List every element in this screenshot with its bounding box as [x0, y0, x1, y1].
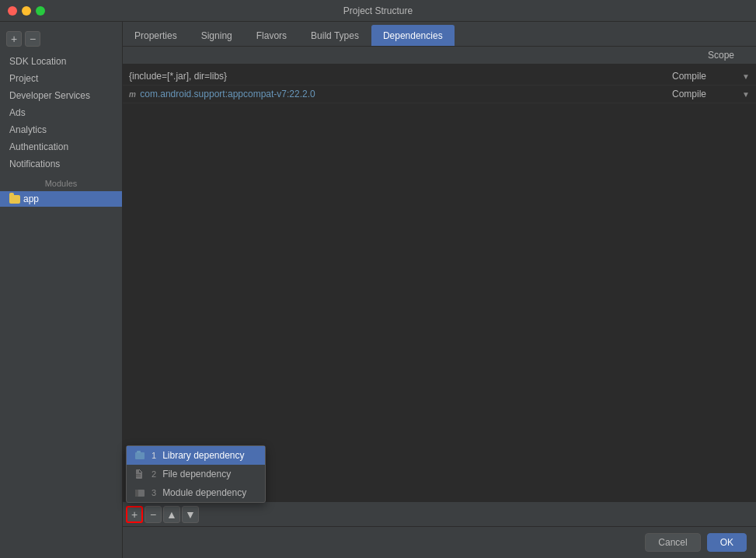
sidebar: + − SDK Location Project Developer Servi…	[0, 22, 123, 558]
close-button[interactable]	[8, 6, 17, 16]
scope-wrapper-2: Compile ▼	[672, 89, 750, 99]
scope-value-2: Compile	[672, 89, 739, 99]
sidebar-add-button[interactable]: +	[6, 31, 22, 47]
minimize-button[interactable]	[22, 6, 31, 16]
tab-properties[interactable]: Properties	[123, 25, 189, 46]
tab-build-types[interactable]: Build Types	[299, 25, 371, 46]
title-bar: Project Structure	[0, 0, 756, 22]
dialog-buttons: Cancel OK	[123, 526, 756, 558]
remove-dependency-button[interactable]: −	[145, 506, 162, 523]
dep-name-1: {include=[*.jar], dir=libs}	[129, 71, 672, 82]
sidebar-item-authentication[interactable]: Authentication	[0, 138, 122, 155]
sidebar-item-sdk-location[interactable]: SDK Location	[0, 53, 122, 70]
svg-rect-7	[135, 490, 138, 497]
table-row[interactable]: {include=[*.jar], dir=libs} Compile ▼	[123, 68, 756, 85]
bottom-toolbar: + − ▲ ▼ 1 Library dependency	[123, 501, 756, 526]
scope-wrapper-1: Compile ▼	[672, 71, 750, 82]
dropdown-item-library[interactable]: 1 Library dependency	[127, 446, 265, 465]
sidebar-item-project[interactable]: Project	[0, 70, 122, 87]
modules-section-label: Modules	[0, 173, 122, 191]
svg-rect-1	[137, 451, 141, 453]
tab-bar: Properties Signing Flavors Build Types D…	[123, 22, 756, 47]
dependencies-header: Scope	[123, 47, 756, 65]
folder-icon	[9, 195, 20, 204]
sidebar-top-actions: + −	[0, 28, 122, 53]
add-dependency-button[interactable]: +	[126, 506, 143, 523]
main-container: + − SDK Location Project Developer Servi…	[0, 22, 756, 558]
sidebar-item-developer-services[interactable]: Developer Services	[0, 87, 122, 104]
svg-rect-0	[135, 452, 145, 459]
scope-column-header: Scope	[708, 50, 750, 61]
cancel-button[interactable]: Cancel	[645, 533, 700, 552]
move-up-button[interactable]: ▲	[163, 506, 180, 523]
dropdown-item-module[interactable]: 3 Module dependency	[127, 483, 265, 502]
module-icon	[134, 487, 145, 498]
maven-prefix-icon: m	[129, 90, 136, 99]
dropdown-item-file[interactable]: 2 File dependency	[127, 465, 265, 483]
tab-signing[interactable]: Signing	[190, 25, 244, 46]
dep-name-2: m com.android.support:appcompat-v7:22.2.…	[129, 89, 672, 99]
svg-rect-4	[136, 476, 141, 476]
library-icon	[134, 450, 145, 461]
sidebar-remove-button[interactable]: −	[25, 31, 40, 47]
table-row[interactable]: m com.android.support:appcompat-v7:22.2.…	[123, 85, 756, 103]
ok-button[interactable]: OK	[707, 533, 747, 552]
content-area: Properties Signing Flavors Build Types D…	[123, 22, 756, 558]
sidebar-module-app[interactable]: app	[0, 191, 122, 207]
svg-rect-5	[136, 474, 141, 475]
sidebar-item-ads[interactable]: Ads	[0, 104, 122, 121]
add-dependency-dropdown: 1 Library dependency 2 File dependency	[126, 445, 266, 503]
file-icon	[134, 469, 145, 480]
sidebar-item-analytics[interactable]: Analytics	[0, 121, 122, 138]
scope-chevron-2[interactable]: ▼	[742, 90, 750, 99]
window-title: Project Structure	[343, 5, 413, 16]
move-down-button[interactable]: ▼	[182, 506, 199, 523]
tab-dependencies[interactable]: Dependencies	[371, 25, 455, 46]
dependencies-list: {include=[*.jar], dir=libs} Compile ▼ m …	[123, 65, 756, 501]
tab-flavors[interactable]: Flavors	[245, 25, 298, 46]
scope-value-1: Compile	[672, 71, 739, 82]
scope-chevron-1[interactable]: ▼	[742, 72, 750, 81]
dependencies-panel: Scope {include=[*.jar], dir=libs} Compil…	[123, 47, 756, 526]
window-controls	[8, 6, 45, 16]
sidebar-item-notifications[interactable]: Notifications	[0, 155, 122, 173]
maximize-button[interactable]	[36, 6, 45, 16]
